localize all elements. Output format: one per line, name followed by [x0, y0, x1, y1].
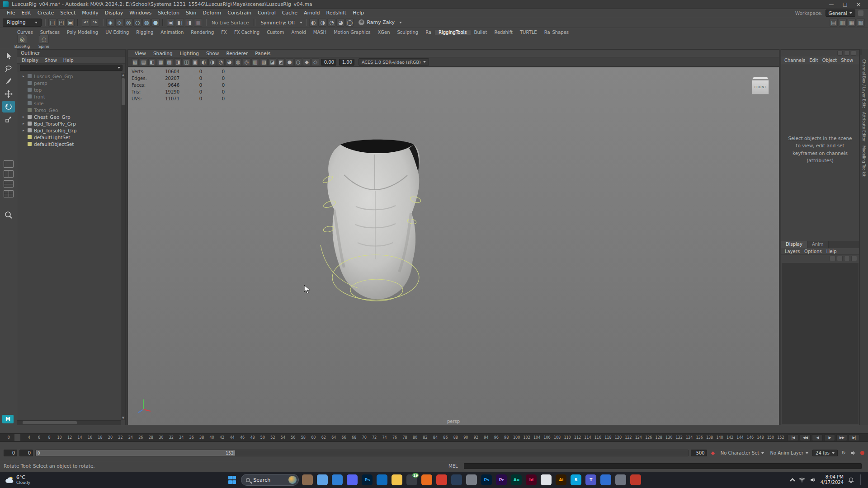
sidebar-vertical-tab[interactable]: Channel Box / Layer Editor	[862, 59, 866, 108]
layer-display-icon[interactable]	[844, 256, 850, 261]
timeline-tick[interactable]: 66	[339, 434, 349, 441]
shelf-tab[interactable]: Ra	[422, 30, 435, 35]
selection-mask-icon[interactable]: ▥	[194, 19, 202, 27]
timeline-tick[interactable]: 46	[237, 434, 247, 441]
timeline-tick[interactable]: 16	[85, 434, 95, 441]
timeline-tick[interactable]: 84	[430, 434, 440, 441]
timeline-tick[interactable]: 122	[623, 434, 633, 441]
epic-games-icon[interactable]: 19	[406, 474, 417, 485]
layout-split-button[interactable]	[4, 180, 14, 188]
mel-label[interactable]: MEL	[448, 464, 458, 469]
expand-caret-icon[interactable]: ▸	[23, 122, 28, 126]
viewport-canvas[interactable]: Verts: 10604 0 0 Edges: 20207 0 0	[128, 67, 779, 425]
timeline-tick[interactable]: 120	[613, 434, 623, 441]
auto-key-icon[interactable]: ◆	[709, 450, 717, 456]
discord-icon[interactable]	[347, 474, 358, 485]
menu-item[interactable]: Select	[57, 10, 79, 16]
timeline-tick[interactable]: 44	[227, 434, 237, 441]
viewport-toolbar-icon[interactable]: ▩	[165, 58, 173, 66]
timeline-tick[interactable]: 42	[217, 434, 227, 441]
shelf-tab[interactable]: Bullet	[471, 30, 491, 35]
timeline-tick[interactable]: 14	[75, 434, 85, 441]
tray-chevron-icon[interactable]	[790, 478, 795, 483]
outliner-horizontal-scrollbar[interactable]	[17, 420, 121, 425]
viewport-toolbar-icon[interactable]: ◑	[208, 58, 216, 66]
menu-item[interactable]: Help	[349, 10, 367, 16]
app-icon-gray[interactable]	[615, 474, 626, 485]
teams-icon[interactable]: T	[585, 474, 596, 485]
taskbar-clock[interactable]: 8:04 PM 4/17/2024	[821, 474, 844, 486]
sidebar-vertical-tab[interactable]: Modeling Toolkit	[862, 145, 866, 177]
weather-widget[interactable]: 6°C Cloudy	[0, 475, 77, 485]
timeline-tick[interactable]: 76	[390, 434, 400, 441]
timeline-tick[interactable]: 48	[247, 434, 257, 441]
shelf-tab[interactable]: Motion Graphics	[330, 30, 374, 35]
timeline-tick[interactable]: 12	[65, 434, 75, 441]
viewport-toolbar-icon[interactable]: ◆	[303, 58, 311, 66]
timeline-tick[interactable]: 88	[451, 434, 461, 441]
timeline-tick[interactable]: 82	[420, 434, 430, 441]
viewport-toolbar-icon[interactable]: ◨	[174, 58, 182, 66]
layer-menu-item[interactable]: Help	[826, 249, 837, 254]
timeline-tick[interactable]: 56	[288, 434, 298, 441]
expand-caret-icon[interactable]: ▸	[23, 115, 28, 119]
shelf-tab[interactable]: Surfaces	[37, 30, 63, 35]
layout-two-pane-button[interactable]	[4, 170, 14, 178]
view-cube[interactable]: FRONT	[750, 76, 770, 97]
autodesk-icon[interactable]	[630, 474, 641, 485]
viewport-toolbar-icon[interactable]: ◕	[226, 58, 233, 66]
viewport-menu-item[interactable]: Shading	[150, 51, 176, 56]
speaker-icon[interactable]	[849, 450, 857, 456]
file-action-icon[interactable]: ◰	[57, 19, 66, 27]
folder-icon[interactable]	[392, 474, 402, 485]
timeline-tick[interactable]: 128	[654, 434, 664, 441]
timeline-tick[interactable]: 92	[471, 434, 481, 441]
sidebar-toggle-icon[interactable]: ▤	[830, 19, 838, 27]
layer-list[interactable]	[782, 263, 859, 424]
menu-item[interactable]: Modify	[79, 10, 101, 16]
menu-item[interactable]: Edit	[18, 10, 34, 16]
outliner-item[interactable]: ▸ Chest_Geo_Grp	[17, 113, 121, 120]
viewport-toolbar-icon[interactable]: ◔	[217, 58, 225, 66]
timeline-tick[interactable]: 108	[552, 434, 562, 441]
shelf-tab[interactable]: Custom	[263, 30, 288, 35]
timeline-tick[interactable]: 134	[684, 434, 694, 441]
shelf-tab[interactable]: XGen	[374, 30, 393, 35]
menu-item[interactable]: Create	[34, 10, 57, 16]
viewport-toolbar-icon[interactable]: ◫	[183, 58, 190, 66]
brave-icon[interactable]	[436, 474, 447, 485]
outliner-menu-item[interactable]: Show	[45, 58, 57, 63]
playback-button[interactable]: |◀	[788, 434, 798, 441]
channel-box-menu-item[interactable]: Show	[841, 58, 853, 63]
game-icon[interactable]	[302, 474, 313, 485]
selection-mask-icon[interactable]: ◧	[176, 19, 184, 27]
timeline-tick[interactable]: 116	[593, 434, 603, 441]
mail-icon[interactable]	[332, 474, 343, 485]
timeline-tick[interactable]: 0	[4, 434, 14, 441]
menu-item[interactable]: Windows	[126, 10, 155, 16]
selection-mask-icon[interactable]: ◨	[185, 19, 193, 27]
loop-icon[interactable]: ↻	[840, 450, 847, 456]
app-icon[interactable]	[466, 474, 477, 485]
outliner-item[interactable]: defaultObjectSet	[17, 141, 121, 147]
timeline-tick[interactable]: 90	[461, 434, 471, 441]
symmetry-dropdown[interactable]: Symmetry: Off	[260, 20, 295, 25]
shelf-tab[interactable]: RiggingTools	[435, 30, 471, 35]
premiere-icon[interactable]: Pr	[496, 474, 507, 485]
show-desktop-button[interactable]	[860, 474, 862, 485]
timeline-tick[interactable]: 126	[644, 434, 654, 441]
timeline-tick[interactable]: 8	[44, 434, 54, 441]
playback-button[interactable]: ▶	[824, 434, 835, 441]
snap-icon[interactable]: ◈	[106, 19, 114, 27]
render-icon[interactable]: ◑	[318, 19, 326, 27]
timeline-tick[interactable]: 68	[349, 434, 359, 441]
expand-caret-icon[interactable]: ▸	[23, 74, 28, 78]
render-icon[interactable]: ◐	[309, 19, 317, 27]
shelf-tab[interactable]: MASH	[310, 30, 330, 35]
channel-box-menu-item[interactable]: Object	[822, 58, 837, 63]
playback-button[interactable]: ◀◀	[800, 434, 811, 441]
file-action-icon[interactable]: ▣	[66, 19, 75, 27]
viewport-toolbar-icon[interactable]: ▦	[157, 58, 165, 66]
indesign-icon[interactable]: Id	[526, 474, 537, 485]
timeline-tick[interactable]: 24	[126, 434, 136, 441]
